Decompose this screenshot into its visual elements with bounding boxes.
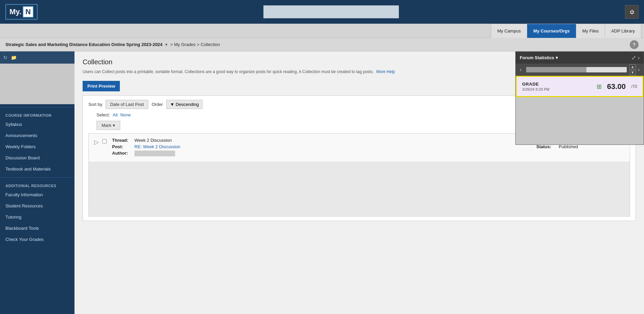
sidebar-preview — [0, 64, 74, 104]
order-label: Order — [152, 102, 163, 107]
sidebar-item-weekly-folders[interactable]: Weekly Folders — [0, 141, 74, 152]
grade-table-icon[interactable]: ⊞ — [597, 83, 602, 90]
sidebar: ↻ 📁 COURSE INFORMATION Syllabus Announce… — [0, 51, 74, 314]
status-row: Status: Published — [536, 144, 624, 149]
tab-my-courses-orgs[interactable]: My Courses/Orgs — [527, 24, 576, 38]
breadcrumb-course: Strategic Sales and Marketing Distance E… — [5, 42, 163, 47]
logo-n-text: N — [23, 6, 34, 18]
sidebar-folder-icon[interactable]: 📁 — [11, 55, 17, 60]
author-value — [134, 151, 175, 156]
help-button[interactable]: ? — [630, 40, 639, 49]
header-search-area — [263, 5, 399, 18]
grade-card-right: ⊞ 63.00 /70 — [597, 82, 637, 91]
forum-stats-chevron-icon[interactable]: › — [638, 55, 640, 61]
mark-button[interactable]: Mark ▾ — [96, 121, 120, 130]
sort-by-label: Sort by — [88, 102, 102, 107]
author-row: Author: — [112, 151, 531, 156]
breadcrumb-left: Strategic Sales and Marketing Distance E… — [5, 42, 220, 47]
header-search-box — [263, 5, 399, 18]
grade-card-left: GRADE 3/28/24 8:29 PM — [522, 82, 550, 91]
panel-prev-button[interactable]: ‹ — [518, 66, 523, 73]
grade-score: 63.00 — [607, 82, 626, 91]
sidebar-divider-2 — [0, 177, 74, 178]
more-help-link[interactable]: More Help — [376, 69, 395, 74]
post-meta-left: Thread: Week 2 Discussion Post: RE: Week… — [112, 138, 531, 158]
sidebar-refresh-icon[interactable]: ↻ — [3, 55, 7, 60]
sidebar-item-blackboard-tools[interactable]: Blackboard Tools — [0, 223, 74, 234]
forum-stats-expand-icon[interactable]: ⤢ — [631, 54, 636, 61]
post-checkbox[interactable] — [102, 139, 107, 143]
post-label: Post: — [112, 144, 132, 149]
grade-card-label: GRADE — [522, 82, 550, 87]
forum-stats-controls: ⤢ › — [631, 54, 640, 61]
logo-my-text: My. — [9, 7, 21, 16]
print-preview-button[interactable]: Print Preview — [83, 81, 120, 91]
breadcrumb-bar: Strategic Sales and Marketing Distance E… — [0, 38, 644, 51]
post-checkbox-area: ▷ — [94, 138, 107, 146]
order-select-button[interactable]: ▼ Descending — [166, 100, 202, 109]
sidebar-item-textbook-materials[interactable]: Textbook and Materials — [0, 163, 74, 175]
logo-box[interactable]: My. N — [5, 4, 38, 20]
sidebar-toolbar: ↻ 📁 — [0, 51, 74, 64]
select-none-link[interactable]: None — [120, 112, 131, 117]
sidebar-item-tutoring[interactable]: Tutoring — [0, 211, 74, 223]
breadcrumb-dropdown-icon[interactable]: ▾ — [165, 42, 168, 47]
post-body — [89, 162, 630, 216]
sidebar-course-info-title: COURSE INFORMATION — [0, 110, 74, 119]
tab-my-files[interactable]: My Files — [576, 24, 605, 38]
author-label: Author: — [112, 151, 132, 156]
post-item: ▷ Thread: Week 2 Discussion Post: RE: We… — [88, 133, 630, 217]
tab-my-campus[interactable]: My Campus — [491, 24, 527, 38]
forum-stats-dropdown-icon[interactable]: ▾ — [556, 55, 558, 60]
post-link[interactable]: RE: Week 2 Discussion — [134, 144, 180, 149]
forum-stats-header: Forum Statistics ▾ ⤢ › — [516, 52, 644, 64]
panel-scroll-down-button[interactable]: ▼ — [629, 70, 636, 75]
status-label: Status: — [536, 144, 557, 149]
thread-row: Thread: Week 2 Discussion — [112, 138, 531, 143]
panel-scroll-buttons: ▲ ▼ — [629, 64, 636, 75]
content-area: Collection Users can Collect posts into … — [74, 51, 644, 314]
sidebar-item-check-your-grades[interactable]: Check Your Grades — [0, 234, 74, 245]
main-layout: ↻ 📁 COURSE INFORMATION Syllabus Announce… — [0, 51, 644, 314]
mark-dropdown-icon: ▾ — [113, 123, 115, 128]
post-expand-icon[interactable]: ▷ — [94, 138, 99, 146]
select-label: Select: — [96, 112, 110, 117]
sidebar-item-student-resources[interactable]: Student Resources — [0, 200, 74, 211]
grade-max: /70 — [631, 84, 637, 89]
header-right: ⏻ — [625, 5, 639, 19]
forum-stats-title: Forum Statistics ▾ — [520, 55, 558, 60]
grade-card: GRADE 3/28/24 8:29 PM ⊞ 63.00 /70 — [516, 76, 644, 97]
grade-card-date: 3/28/24 8:29 PM — [522, 87, 550, 91]
thread-value: Week 2 Discussion — [134, 138, 172, 143]
sidebar-item-announcements[interactable]: Announcements — [0, 130, 74, 141]
logo-area: My. N — [5, 4, 38, 20]
top-header: My. N ⏻ — [0, 0, 644, 24]
sidebar-item-faculty-information[interactable]: Faculty Information — [0, 189, 74, 200]
panel-nav-row: ‹ ▲ ▼ › — [516, 64, 644, 76]
panel-next-button[interactable]: › — [636, 66, 642, 73]
sidebar-item-discussion-board[interactable]: Discussion Board — [0, 152, 74, 163]
power-icon: ⏻ — [630, 9, 634, 15]
sidebar-divider-1 — [0, 107, 74, 107]
panel-gray-area — [516, 97, 644, 144]
thread-label: Thread: — [112, 138, 132, 143]
sidebar-additional-resources-title: ADDITIONAL RESOURCES — [0, 180, 74, 189]
panel-scroll-up-button[interactable]: ▲ — [629, 64, 636, 69]
panel-progress-bar — [526, 67, 626, 72]
post-row: Post: RE: Week 2 Discussion — [112, 144, 531, 149]
nav-tabs-bar: My Campus My Courses/Orgs My Files ADP L… — [0, 24, 644, 38]
power-button[interactable]: ⏻ — [625, 5, 639, 19]
sidebar-item-syllabus[interactable]: Syllabus — [0, 119, 74, 130]
select-all-link[interactable]: All — [113, 112, 117, 117]
forum-stats-panel: Forum Statistics ▾ ⤢ › ‹ ▲ ▼ › — [515, 51, 644, 145]
breadcrumb-path: > My Grades > Collection — [170, 42, 220, 47]
sort-by-button[interactable]: Date of Last Post — [106, 100, 148, 109]
tab-adp-library[interactable]: ADP Library — [605, 24, 641, 38]
status-value: Published — [559, 144, 578, 149]
